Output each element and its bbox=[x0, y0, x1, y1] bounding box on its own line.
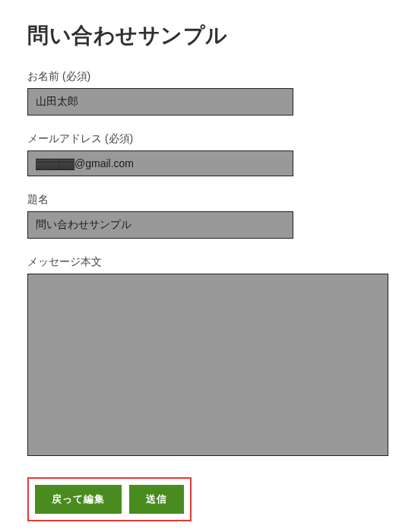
message-label: メッセージ本文 bbox=[27, 255, 391, 269]
message-value bbox=[27, 274, 388, 456]
form-group-subject: 題名 問い合わせサンプル bbox=[27, 193, 391, 239]
page-title: 問い合わせサンプル bbox=[27, 21, 391, 50]
form-group-message: メッセージ本文 bbox=[27, 255, 391, 456]
email-label: メールアドレス (必須) bbox=[27, 132, 391, 146]
name-label: お名前 (必須) bbox=[27, 70, 391, 84]
name-value: 山田太郎 bbox=[27, 88, 293, 116]
form-group-name: お名前 (必須) 山田太郎 bbox=[27, 70, 391, 116]
button-row-highlight: 戻って編集 送信 bbox=[27, 477, 192, 521]
back-edit-button[interactable]: 戻って編集 bbox=[35, 485, 122, 514]
subject-value: 問い合わせサンプル bbox=[27, 211, 293, 239]
form-group-email: メールアドレス (必須) ▓▓▓▓▓@gmail.com bbox=[27, 132, 391, 176]
email-value: ▓▓▓▓▓@gmail.com bbox=[27, 150, 293, 176]
subject-label: 題名 bbox=[27, 193, 391, 207]
submit-button[interactable]: 送信 bbox=[129, 485, 184, 514]
